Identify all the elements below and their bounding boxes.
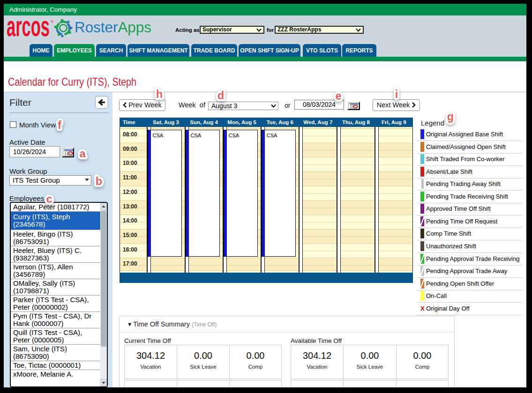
svg-text:a: a	[79, 148, 86, 160]
svg-text:®: ®	[51, 20, 53, 24]
svg-text:arcos: arcos	[7, 15, 50, 42]
svg-text:b: b	[96, 175, 102, 187]
svg-text:i: i	[395, 88, 398, 100]
svg-text:d: d	[217, 89, 224, 102]
svg-text:g: g	[447, 111, 454, 123]
svg-text:f: f	[58, 119, 61, 131]
svg-text:c: c	[46, 193, 52, 205]
svg-text:h: h	[156, 88, 163, 100]
svg-text:e: e	[335, 90, 341, 102]
svg-text:RosterApps: RosterApps	[75, 19, 151, 36]
